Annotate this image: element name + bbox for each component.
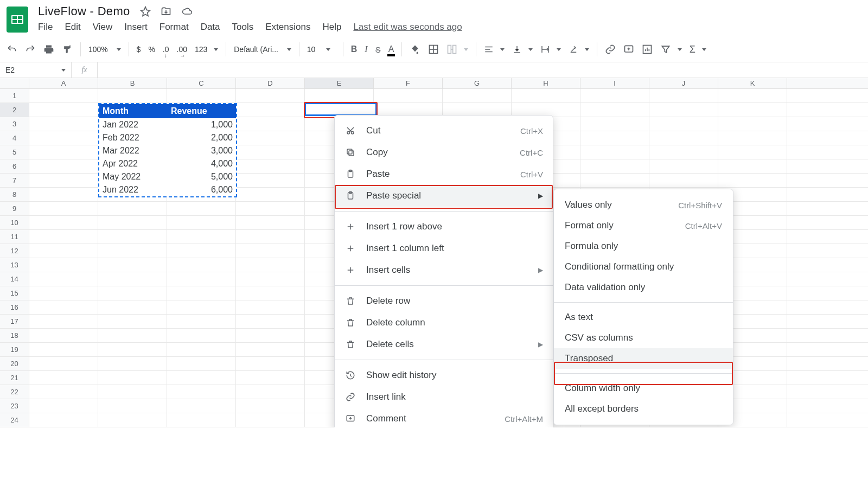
cell[interactable]	[236, 89, 305, 103]
vertical-align-button[interactable]	[512, 44, 533, 54]
sub-values-only[interactable]: Values onlyCtrl+Shift+V	[554, 195, 733, 215]
formula-bar[interactable]	[98, 62, 868, 78]
cell[interactable]	[29, 413, 98, 427]
cell[interactable]	[29, 244, 98, 258]
cell[interactable]	[580, 89, 649, 103]
cell[interactable]	[167, 216, 236, 229]
sub-column-width[interactable]: Column width only	[554, 378, 733, 399]
cell[interactable]	[167, 357, 236, 370]
font-dropdown[interactable]: Default (Ari...	[234, 45, 291, 54]
cell[interactable]	[236, 145, 305, 159]
row-header-7[interactable]: 7	[0, 174, 29, 187]
sub-data-validation[interactable]: Data validation only	[554, 277, 733, 298]
cell[interactable]	[167, 315, 236, 328]
menu-view[interactable]: View	[93, 22, 113, 33]
cell[interactable]	[98, 343, 167, 356]
bold-button[interactable]: B	[351, 44, 358, 54]
cell[interactable]	[580, 145, 649, 159]
borders-button[interactable]	[428, 44, 439, 55]
column-header-D[interactable]: D	[236, 78, 305, 88]
column-header-K[interactable]: K	[718, 78, 787, 88]
cell[interactable]	[718, 103, 787, 117]
cell[interactable]	[98, 89, 167, 103]
cell[interactable]	[236, 202, 305, 215]
cell[interactable]	[167, 258, 236, 272]
redo-icon[interactable]	[25, 44, 36, 55]
row-header-23[interactable]: 23	[0, 399, 29, 413]
cell[interactable]	[167, 413, 236, 427]
cell[interactable]	[98, 230, 167, 244]
increase-decimal-button[interactable]: .00→	[177, 45, 187, 54]
italic-button[interactable]: I	[365, 44, 367, 54]
currency-format-button[interactable]: $	[137, 45, 141, 54]
cell[interactable]	[167, 286, 236, 300]
cell[interactable]	[98, 371, 167, 385]
horizontal-align-button[interactable]	[484, 44, 505, 54]
number-format-dropdown[interactable]: 123	[195, 45, 218, 54]
active-cell[interactable]	[305, 103, 376, 116]
row-header-16[interactable]: 16	[0, 300, 29, 314]
insert-comment-button[interactable]	[623, 44, 634, 55]
strikethrough-button[interactable]: S	[375, 45, 381, 54]
fill-color-button[interactable]	[410, 44, 420, 55]
row-header-14[interactable]: 14	[0, 272, 29, 286]
cell[interactable]	[167, 343, 236, 356]
menu-data[interactable]: Data	[201, 22, 220, 33]
row-header-3[interactable]: 3	[0, 117, 29, 131]
ctx-delete-col[interactable]: Delete column	[335, 312, 553, 334]
cell[interactable]	[649, 117, 718, 131]
row-header-19[interactable]: 19	[0, 343, 29, 356]
cell[interactable]	[98, 202, 167, 215]
ctx-insert-link[interactable]: Insert link	[335, 386, 553, 408]
cell[interactable]	[580, 103, 649, 117]
cell[interactable]	[98, 385, 167, 399]
cell[interactable]	[236, 131, 305, 145]
cell[interactable]	[98, 399, 167, 413]
row-header-10[interactable]: 10	[0, 216, 29, 229]
cell[interactable]	[236, 300, 305, 314]
move-icon[interactable]	[161, 6, 171, 17]
cell[interactable]	[167, 300, 236, 314]
percent-format-button[interactable]: %	[148, 45, 155, 54]
cell[interactable]	[236, 371, 305, 385]
column-header-A[interactable]: A	[29, 78, 98, 88]
row-header-11[interactable]: 11	[0, 230, 29, 244]
cell[interactable]	[98, 244, 167, 258]
cloud-status-icon[interactable]	[181, 6, 193, 17]
cell[interactable]	[236, 357, 305, 370]
menu-format[interactable]: Format	[159, 22, 189, 33]
row-header-9[interactable]: 9	[0, 202, 29, 215]
cell[interactable]	[29, 174, 98, 187]
sub-transposed[interactable]: Transposed	[554, 348, 733, 369]
cell[interactable]	[98, 258, 167, 272]
cell[interactable]	[29, 272, 98, 286]
column-header-H[interactable]: H	[512, 78, 580, 88]
cell[interactable]	[98, 329, 167, 342]
zoom-dropdown[interactable]: 100%	[88, 45, 121, 54]
menu-edit[interactable]: Edit	[65, 22, 80, 33]
cell[interactable]	[29, 131, 98, 145]
ctx-cut[interactable]: Cut Ctrl+X	[335, 120, 553, 142]
cell[interactable]	[236, 286, 305, 300]
cell[interactable]	[580, 159, 649, 173]
ctx-paste[interactable]: Paste Ctrl+V	[335, 163, 553, 185]
column-header-F[interactable]: F	[374, 78, 443, 88]
cell[interactable]	[167, 244, 236, 258]
ctx-insert-col[interactable]: Insert 1 column left	[335, 238, 553, 259]
row-header-15[interactable]: 15	[0, 286, 29, 300]
column-header-E[interactable]: E	[305, 78, 374, 88]
ctx-delete-row[interactable]: Delete row	[335, 290, 553, 312]
cell[interactable]	[98, 357, 167, 370]
cell[interactable]	[718, 89, 787, 103]
print-icon[interactable]	[43, 44, 54, 55]
sub-conditional-formatting[interactable]: Conditional formatting only	[554, 257, 733, 277]
cell[interactable]	[29, 202, 98, 215]
row-header-20[interactable]: 20	[0, 357, 29, 370]
merge-cells-button[interactable]	[446, 44, 468, 55]
cell[interactable]	[167, 89, 236, 103]
cell[interactable]	[98, 216, 167, 229]
ctx-insert-cells[interactable]: Insert cells ▶	[335, 259, 553, 281]
ctx-copy[interactable]: Copy Ctrl+C	[335, 142, 553, 163]
cell[interactable]	[649, 131, 718, 145]
row-header-24[interactable]: 24	[0, 413, 29, 427]
